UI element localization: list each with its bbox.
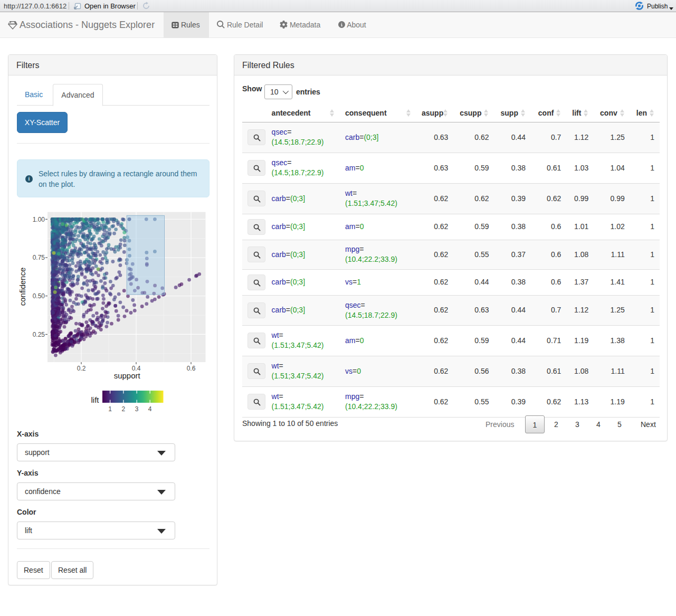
- svg-text:0.2: 0.2: [77, 365, 86, 372]
- svg-text:1: 1: [108, 405, 112, 413]
- svg-text:0.50: 0.50: [33, 292, 45, 300]
- svg-text:3: 3: [135, 405, 139, 413]
- svg-text:1.00: 1.00: [33, 216, 45, 223]
- svg-text:support: support: [114, 371, 141, 380]
- svg-text:confidence: confidence: [18, 268, 27, 306]
- svg-text:0.6: 0.6: [187, 365, 196, 372]
- svg-text:4: 4: [148, 405, 152, 413]
- svg-text:2: 2: [122, 405, 126, 413]
- svg-text:0.25: 0.25: [33, 331, 45, 338]
- svg-text:0.75: 0.75: [33, 254, 45, 261]
- svg-text:lift: lift: [91, 395, 100, 404]
